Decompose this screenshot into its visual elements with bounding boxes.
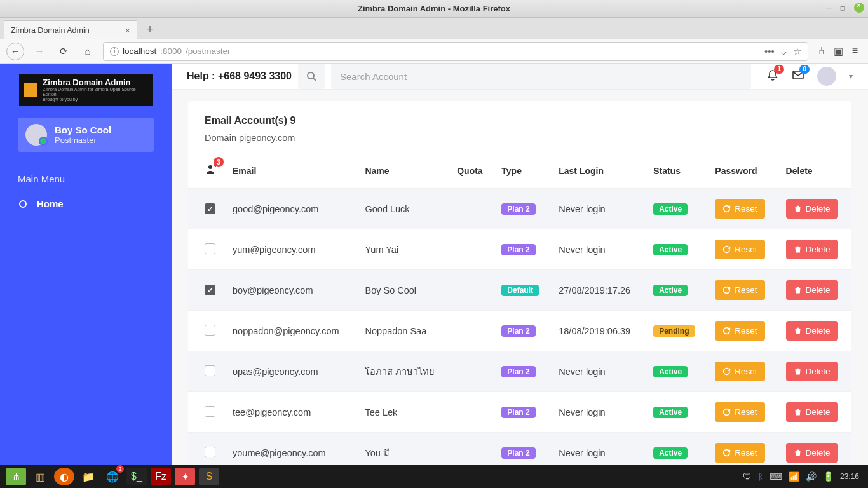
col-type: Type	[494, 153, 551, 189]
row-checkbox[interactable]	[205, 243, 215, 254]
taskbar-terminal[interactable]: $_	[126, 468, 147, 485]
new-tab-button[interactable]: +	[141, 20, 159, 38]
page-actions-icon[interactable]: •••	[764, 46, 775, 57]
user-avatar-icon	[25, 124, 47, 146]
logo-subtitle-2: Brought to you by	[43, 97, 147, 102]
col-last-login: Last Login	[551, 153, 646, 189]
cell-type: Plan 2	[494, 189, 551, 229]
url-bar[interactable]: i localhost:8000/postmaster ••• ⌵ ☆	[103, 42, 808, 61]
cell-email: youme@pigeoncy.com	[225, 433, 357, 466]
delete-button[interactable]: Delete	[786, 199, 838, 219]
sidebar-icon[interactable]: ▣	[834, 45, 843, 57]
tray-keyboard-icon[interactable]: ⌨	[770, 471, 782, 482]
person-add-icon[interactable]: 3	[205, 163, 217, 178]
system-tray: 🛡 ᛒ ⌨ 📶 🔊 🔋 23:16	[743, 471, 864, 482]
delete-button[interactable]: Delete	[786, 443, 838, 463]
trash-icon	[794, 449, 802, 457]
taskbar-files[interactable]: ▥	[30, 468, 50, 485]
cell-email: yum@pigeoncy.com	[225, 229, 357, 270]
browser-tab-active[interactable]: Zimbra Domain Admin ×	[4, 20, 137, 39]
nav-back-button[interactable]: ←	[6, 43, 24, 60]
taskbar-sublime[interactable]: S	[199, 468, 219, 485]
nav-home-button[interactable]: ⌂	[79, 43, 97, 60]
cell-last-login: 27/08/2019:17.26	[551, 270, 646, 311]
pocket-icon[interactable]: ⌵	[781, 46, 787, 57]
cell-status: Active	[646, 433, 707, 466]
topbar-avatar-icon[interactable]	[817, 67, 836, 86]
notifications-button[interactable]: 1	[766, 69, 779, 84]
col-delete: Delete	[778, 153, 851, 189]
row-checkbox[interactable]	[205, 325, 215, 336]
person-badge: 3	[214, 157, 224, 167]
nav-forward-button[interactable]: →	[31, 43, 48, 60]
row-checkbox[interactable]	[205, 447, 215, 458]
cell-status: Active	[646, 351, 707, 392]
reset-button[interactable]: Reset	[715, 402, 764, 422]
app-topbar: Help : +668 9493 3300 1 0 ▾	[172, 64, 868, 90]
taskbar-filezilla[interactable]: Fz	[151, 468, 171, 485]
chevron-down-icon[interactable]: ▾	[849, 72, 853, 81]
window-minimize-icon[interactable]	[826, 3, 835, 11]
messages-badge: 0	[799, 65, 810, 74]
cell-last-login: Never login	[551, 229, 646, 270]
reset-button[interactable]: Reset	[715, 199, 764, 219]
delete-button[interactable]: Delete	[786, 280, 838, 300]
browser-toolbar: ← → ⟳ ⌂ i localhost:8000/postmaster ••• …	[0, 39, 868, 64]
cell-name: Good Luck	[357, 189, 449, 229]
reset-button[interactable]: Reset	[715, 321, 764, 341]
sidebar-user-card[interactable]: Boy So Cool Postmaster	[18, 118, 154, 152]
row-checkbox[interactable]	[205, 203, 215, 214]
cell-quota	[449, 189, 494, 229]
taskbar-app-red[interactable]: ✦	[175, 468, 195, 485]
row-checkbox[interactable]	[205, 285, 215, 295]
search-button[interactable]	[298, 64, 325, 89]
row-checkbox[interactable]	[205, 406, 215, 417]
reset-button[interactable]: Reset	[715, 280, 764, 300]
window-close-icon[interactable]	[854, 3, 864, 13]
search-icon	[306, 71, 316, 81]
taskbar-mint-menu[interactable]: ⋔	[6, 468, 26, 485]
hamburger-menu-icon[interactable]: ≡	[852, 45, 858, 57]
menu-section-label: Main Menu	[0, 165, 172, 189]
tray-clock[interactable]: 23:16	[840, 472, 859, 481]
search-input[interactable]	[331, 64, 751, 89]
taskbar-files-2[interactable]: 📁	[78, 468, 98, 485]
taskbar-chrome[interactable]: 🌐2	[102, 468, 123, 485]
cell-name: Tee Lek	[357, 392, 449, 433]
tray-shield-icon[interactable]: 🛡	[743, 471, 752, 482]
window-title: Zimbra Domain Admin - Mozilla Firefox	[358, 4, 510, 13]
nav-reload-button[interactable]: ⟳	[55, 43, 72, 60]
tab-close-icon[interactable]: ×	[125, 25, 130, 36]
delete-button[interactable]: Delete	[786, 240, 838, 259]
delete-button[interactable]: Delete	[786, 321, 838, 341]
tray-volume-icon[interactable]: 🔊	[806, 471, 817, 482]
library-icon[interactable]: ⑃	[818, 45, 825, 57]
bookmark-star-icon[interactable]: ☆	[793, 46, 801, 57]
cell-name: Boy So Cool	[357, 270, 449, 311]
cell-type: Default	[494, 270, 551, 311]
tray-battery-icon[interactable]: 🔋	[823, 471, 834, 482]
cell-last-login: Never login	[551, 392, 646, 433]
tray-network-icon[interactable]: 📶	[789, 471, 799, 482]
cell-email: opas@pigeoncy.com	[225, 351, 357, 392]
col-email: Email	[225, 153, 357, 189]
delete-button[interactable]: Delete	[786, 402, 838, 422]
sidebar-item-home[interactable]: Home	[0, 189, 172, 218]
messages-button[interactable]: 0	[792, 69, 804, 84]
row-checkbox[interactable]	[205, 365, 215, 376]
reset-button[interactable]: Reset	[715, 240, 764, 259]
reset-button[interactable]: Reset	[715, 362, 764, 381]
cell-email: good@pigeoncy.com	[225, 189, 357, 229]
taskbar-firefox[interactable]: ◐	[54, 468, 74, 485]
trash-icon	[794, 408, 802, 416]
delete-button[interactable]: Delete	[786, 362, 838, 381]
panel-title: Email Account(s) 9	[188, 115, 851, 130]
app-sidebar: Zimbra Domain Admin Zimbra Domain Admin …	[0, 64, 172, 465]
notification-badge: 1	[774, 65, 784, 74]
cell-type: Plan 2	[494, 392, 551, 433]
svg-line-2	[313, 78, 316, 81]
os-titlebar: Zimbra Domain Admin - Mozilla Firefox	[0, 0, 868, 18]
window-maximize-icon[interactable]	[840, 3, 849, 11]
reset-button[interactable]: Reset	[715, 443, 764, 463]
tray-bluetooth-icon[interactable]: ᛒ	[758, 471, 763, 482]
